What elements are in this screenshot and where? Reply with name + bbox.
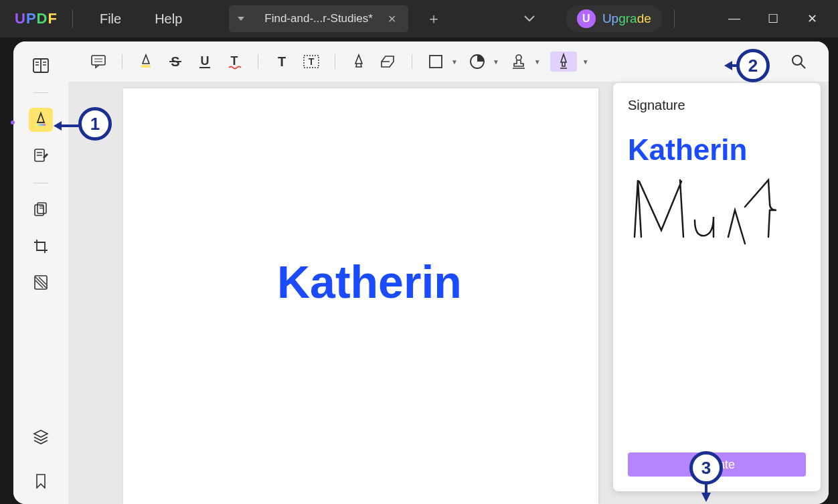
menu-file[interactable]: File	[100, 11, 121, 27]
signature-typed[interactable]: Katherin	[628, 133, 806, 167]
indicator-dot	[11, 120, 15, 124]
annotation-arrow-1	[54, 119, 82, 133]
bookmark-button[interactable]	[29, 469, 53, 493]
svg-rect-31	[430, 56, 442, 68]
signature-panel-title: Signature	[628, 98, 806, 113]
divider	[33, 183, 48, 183]
window-controls: — ☐ ✕	[728, 11, 838, 26]
tab-overflow[interactable]	[506, 15, 553, 22]
close-tab-icon[interactable]: ✕	[388, 13, 396, 25]
chevron-down-icon[interactable]: ▼	[582, 58, 589, 66]
maximize-button[interactable]: ☐	[767, 11, 779, 26]
annotation-circle-1: 1	[78, 107, 112, 141]
app-logo: UPDF	[0, 10, 72, 27]
divider	[674, 10, 675, 27]
svg-text:T: T	[278, 55, 286, 68]
svg-line-16	[35, 280, 43, 288]
chevron-down-icon[interactable]: ▼	[451, 58, 458, 66]
note-tool[interactable]	[88, 52, 108, 72]
highlight-tool[interactable]	[136, 52, 156, 72]
pencil-tool[interactable]	[349, 52, 369, 72]
document-viewport[interactable]: Katherin Signature Katherin Create	[68, 82, 829, 504]
menu-help[interactable]: Help	[155, 11, 182, 27]
svg-text:T: T	[309, 56, 315, 67]
document-tab[interactable]: Find-and-...r-Studies* ✕	[252, 5, 408, 32]
annotation-arrow-3	[699, 482, 713, 502]
svg-rect-21	[141, 65, 151, 68]
search-button[interactable]	[788, 52, 809, 72]
svg-line-17	[39, 277, 46, 284]
titlebar: UPDF File Help Find-and-...r-Studies* ✕ …	[0, 0, 838, 37]
tab-title: Find-and-...r-Studies*	[264, 12, 373, 25]
crop-button[interactable]	[29, 234, 53, 258]
separator	[258, 54, 258, 69]
svg-point-35	[792, 56, 802, 65]
annotation-toolbar: S U T T T	[68, 41, 829, 82]
reader-mode-button[interactable]	[29, 54, 53, 78]
separator	[335, 54, 335, 69]
sidebar-bottom	[13, 425, 68, 493]
new-tab-button[interactable]: ＋	[422, 7, 446, 31]
tab-dropdown[interactable]	[229, 5, 252, 32]
upgrade-button[interactable]: U Upgrade	[566, 5, 662, 32]
comment-mode-button[interactable]	[29, 108, 53, 132]
divider	[33, 92, 48, 93]
sticker-tool[interactable]	[467, 52, 487, 72]
app-body: S U T T T	[13, 41, 829, 504]
stamp-tool[interactable]	[509, 52, 529, 72]
separator	[122, 54, 122, 69]
minimize-button[interactable]: —	[728, 11, 740, 26]
left-sidebar	[13, 41, 68, 504]
main-menu: File Help	[73, 11, 209, 27]
svg-text:T: T	[231, 54, 238, 68]
separator	[412, 54, 412, 69]
signature-preview-text: Katherin	[277, 256, 462, 308]
strikethrough-tool[interactable]: S	[165, 52, 185, 72]
svg-line-36	[801, 64, 805, 68]
signature-tool[interactable]	[550, 52, 577, 72]
document-page[interactable]: Katherin	[123, 88, 598, 504]
signature-handwritten[interactable]	[628, 173, 806, 247]
main-column: S U T T T	[68, 41, 829, 504]
signature-panel: Signature Katherin Create	[613, 83, 821, 491]
eraser-tool[interactable]	[378, 52, 398, 72]
annotation-circle-2: 2	[736, 49, 770, 82]
layers-button[interactable]	[29, 425, 53, 449]
user-avatar: U	[577, 9, 596, 28]
chevron-down-icon[interactable]: ▼	[534, 58, 541, 66]
textbox-tool[interactable]: T	[301, 52, 321, 72]
shape-tool[interactable]	[426, 52, 446, 72]
annotation-circle-3: 3	[689, 451, 723, 485]
squiggly-tool[interactable]: T	[224, 52, 244, 72]
upgrade-label: Upgrade	[602, 11, 651, 26]
svg-rect-18	[92, 56, 105, 65]
chevron-down-icon[interactable]: ▼	[493, 58, 499, 66]
svg-rect-6	[36, 124, 46, 126]
text-tool[interactable]: T	[272, 52, 292, 72]
tab-bar: Find-and-...r-Studies* ✕ ＋	[229, 5, 446, 32]
redact-button[interactable]	[29, 270, 53, 295]
organize-pages-button[interactable]	[29, 198, 53, 222]
svg-text:U: U	[201, 54, 210, 68]
underline-tool[interactable]: U	[195, 52, 215, 72]
svg-point-33	[516, 55, 521, 60]
close-button[interactable]: ✕	[806, 11, 818, 26]
edit-mode-button[interactable]	[29, 144, 53, 168]
